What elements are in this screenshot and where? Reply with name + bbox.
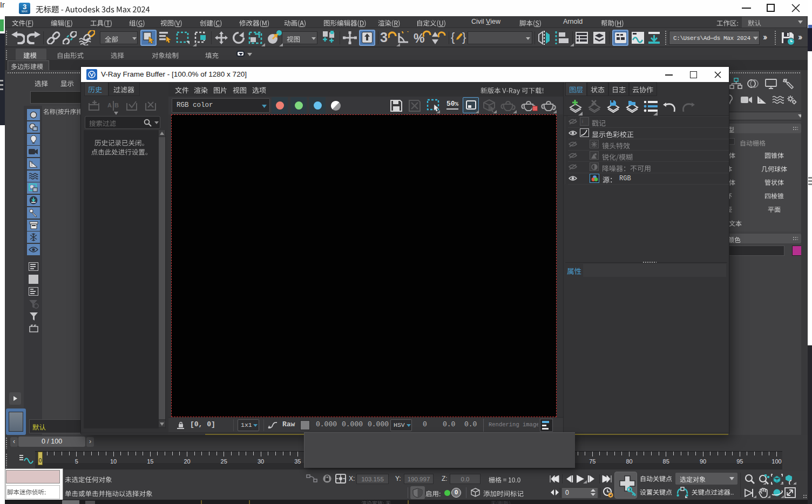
svg-text:B: B <box>114 102 119 108</box>
svg-text:A: A <box>107 102 112 108</box>
